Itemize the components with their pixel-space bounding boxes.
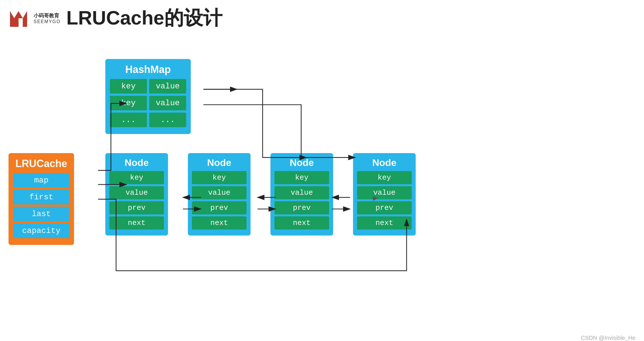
hashmap-row-1: key value [110,79,186,94]
node2-title: Node [192,157,247,168]
logo-text-en: SEEMYGO [34,19,61,24]
lrucache-box: LRUCache map first last capacity [9,153,74,245]
diagram: HashMap key value key value ... ... LRUC… [0,39,644,341]
node-box-4: Node key value prev next [353,153,416,236]
lrucache-field-first: first [13,190,69,204]
node1-key: key [109,171,164,184]
hashmap-key-2: key [110,96,147,110]
hashmap-box: HashMap key value key value ... ... [105,59,191,134]
node3-value: value [274,186,329,199]
node2-value: value [192,186,247,199]
lrucache-field-last: last [13,207,69,221]
hashmap-dots-2: ... [149,113,186,127]
hashmap-value-1: value [149,79,186,94]
node2-prev: prev [192,201,247,214]
node4-next: next [357,216,412,230]
hashmap-value-2: value [149,96,186,110]
node-box-2: Node key value prev next [188,153,251,236]
node4-title: Node [357,157,412,168]
svg-marker-1 [19,11,27,27]
logo-area: 小码哥教育 SEEMYGO [9,8,61,28]
node3-title: Node [274,157,329,168]
node2-key: key [192,171,247,184]
page-title: LRUCache的设计 [66,5,222,31]
lrucache-title: LRUCache [13,158,69,170]
watermark: CSDN @Invisible_He [581,335,635,341]
lrucache-field-map: map [13,173,69,188]
node1-prev: prev [109,201,164,214]
hashmap-row-3: ... ... [110,113,186,127]
svg-marker-0 [10,11,19,27]
node4-value: value [357,186,412,199]
lrucache-field-capacity: capacity [13,224,69,238]
node4-prev: prev [357,201,412,214]
node1-title: Node [109,157,164,168]
node3-prev: prev [274,201,329,214]
node-box-1: Node key value prev next [105,153,168,236]
header: 小码哥教育 SEEMYGO LRUCache的设计 [0,0,644,36]
hashmap-key-1: key [110,79,147,94]
hashmap-dots-1: ... [110,113,147,127]
node1-next: next [109,216,164,230]
hashmap-title: HashMap [110,64,186,76]
seemygo-logo [9,8,31,28]
cursor-indicator: ▶ [373,193,378,203]
logo-text-cn: 小码哥教育 [34,12,61,19]
node2-next: next [192,216,247,230]
node-box-3: Node key value prev next [270,153,333,236]
node3-key: key [274,171,329,184]
node1-value: value [109,186,164,199]
node3-next: next [274,216,329,230]
hashmap-row-2: key value [110,96,186,110]
node4-key: key [357,171,412,184]
